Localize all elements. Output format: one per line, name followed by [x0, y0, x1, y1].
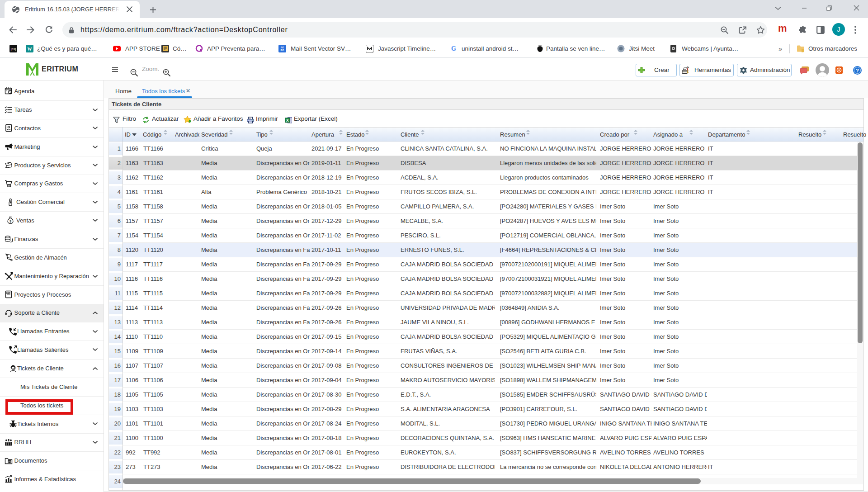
- svg-text:$: $: [9, 219, 12, 223]
- svg-text:W: W: [28, 47, 32, 52]
- svg-text:?: ?: [856, 68, 859, 73]
- svg-text:G: G: [451, 45, 456, 52]
- svg-text:[as]: [as]: [11, 47, 16, 51]
- svg-text:X: X: [286, 118, 289, 123]
- svg-text:RE: RE: [281, 46, 284, 49]
- svg-text:PO: PO: [281, 49, 285, 52]
